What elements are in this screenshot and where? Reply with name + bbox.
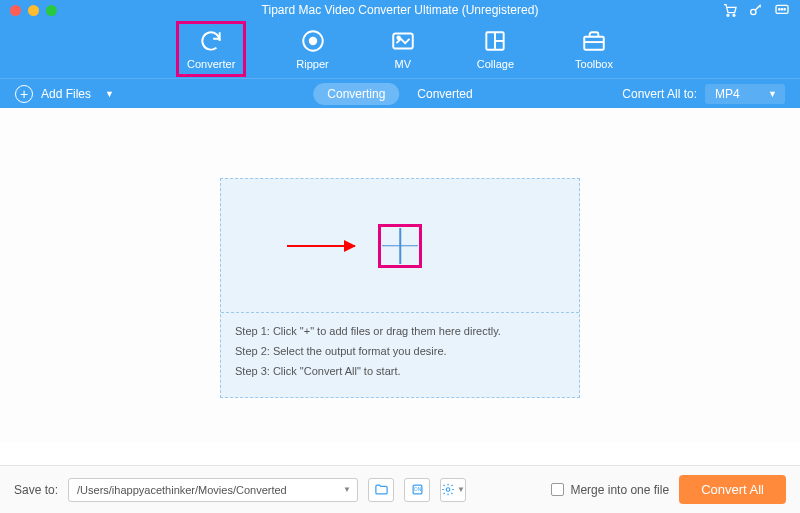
add-files-label: Add Files [41, 87, 91, 101]
convert-all-button[interactable]: Convert All [679, 475, 786, 504]
nav-collage[interactable]: Collage [469, 24, 522, 74]
nav-label: Collage [477, 58, 514, 70]
save-to-label: Save to: [14, 483, 58, 497]
nav-label: Converter [187, 58, 235, 70]
chevron-down-icon: ▼ [768, 89, 777, 99]
ripper-icon [300, 28, 326, 54]
drop-target[interactable] [221, 179, 579, 313]
nav-label: Ripper [296, 58, 328, 70]
titlebar-actions [722, 2, 790, 18]
svg-point-10 [397, 36, 400, 39]
maximize-button[interactable] [46, 5, 57, 16]
converter-icon [198, 28, 224, 54]
nav-label: MV [394, 58, 411, 70]
chevron-down-icon: ▼ [457, 485, 465, 494]
gpu-accel-button[interactable]: ON [404, 478, 430, 502]
nav-label: Toolbox [575, 58, 613, 70]
svg-point-2 [751, 9, 756, 14]
dropzone[interactable]: Step 1: Click "+" to add files or drag t… [220, 178, 580, 398]
svg-point-18 [446, 488, 450, 492]
instructions: Step 1: Click "+" to add files or drag t… [221, 313, 579, 397]
svg-point-1 [733, 14, 735, 16]
save-path-select[interactable]: /Users/ihappyacethinker/Movies/Converted… [68, 478, 358, 502]
sub-toolbar: + Add Files ▼ Converting Converted Conve… [0, 78, 800, 108]
nav-mv[interactable]: MV [382, 24, 424, 74]
svg-text:ON: ON [413, 486, 421, 492]
svg-point-0 [727, 14, 729, 16]
titlebar: Tipard Mac Video Converter Ultimate (Unr… [0, 0, 800, 20]
chevron-down-icon: ▼ [343, 485, 351, 494]
add-file-plus-button[interactable] [378, 224, 422, 268]
convert-all-to-label: Convert All to: [622, 87, 697, 101]
plus-icon [382, 228, 418, 264]
merge-label: Merge into one file [570, 483, 669, 497]
convert-all-to: Convert All to: MP4 ▼ [622, 84, 785, 104]
open-folder-button[interactable] [368, 478, 394, 502]
toolbox-icon [581, 28, 607, 54]
svg-rect-14 [584, 37, 604, 50]
instruction-step-2: Step 2: Select the output format you des… [235, 345, 565, 357]
instruction-step-1: Step 1: Click "+" to add files or drag t… [235, 325, 565, 337]
svg-point-5 [781, 9, 782, 10]
svg-point-8 [309, 38, 316, 45]
annotation-arrow [287, 245, 355, 247]
close-button[interactable] [10, 5, 21, 16]
nav-toolbox[interactable]: Toolbox [567, 24, 621, 74]
tab-converted[interactable]: Converted [403, 83, 486, 105]
feedback-icon[interactable] [774, 2, 790, 18]
main-area: Step 1: Click "+" to add files or drag t… [0, 108, 800, 443]
mv-icon [390, 28, 416, 54]
nav-ripper[interactable]: Ripper [288, 24, 336, 74]
window-title: Tipard Mac Video Converter Ultimate (Unr… [0, 3, 800, 17]
format-value: MP4 [715, 87, 740, 101]
register-icon[interactable] [748, 2, 764, 18]
minimize-button[interactable] [28, 5, 39, 16]
tab-converting[interactable]: Converting [313, 83, 399, 105]
add-files-button[interactable]: + Add Files ▼ [15, 85, 114, 103]
merge-checkbox[interactable]: Merge into one file [551, 483, 669, 497]
settings-button[interactable]: ▼ [440, 478, 466, 502]
output-format-select[interactable]: MP4 ▼ [705, 84, 785, 104]
window-controls [10, 5, 57, 16]
nav-converter[interactable]: Converter [179, 24, 243, 74]
plus-icon: + [15, 85, 33, 103]
collage-icon [482, 28, 508, 54]
chevron-down-icon[interactable]: ▼ [105, 89, 114, 99]
footer-bar: Save to: /Users/ihappyacethinker/Movies/… [0, 465, 800, 513]
svg-point-6 [784, 9, 785, 10]
save-path-value: /Users/ihappyacethinker/Movies/Converted [77, 484, 287, 496]
svg-point-4 [779, 9, 780, 10]
main-nav: Converter Ripper MV Collage Toolbox [0, 20, 800, 78]
status-tabs: Converting Converted [313, 83, 486, 105]
instruction-step-3: Step 3: Click "Convert All" to start. [235, 365, 565, 377]
cart-icon[interactable] [722, 2, 738, 18]
checkbox-icon [551, 483, 564, 496]
